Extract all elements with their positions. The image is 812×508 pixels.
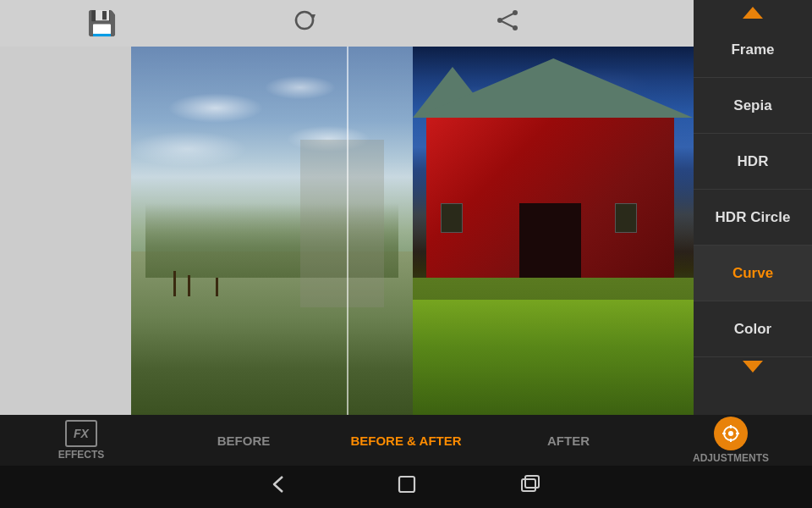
right-panel: Frame Sepia HDR HDR Circle Curve Color (694, 0, 812, 419)
scroll-up-arrow[interactable] (743, 7, 763, 19)
svg-line-5 (500, 20, 515, 28)
tab-effects[interactable]: fx Effects (0, 415, 162, 466)
svg-rect-14 (522, 479, 535, 491)
tab-after[interactable]: AFTER (487, 415, 650, 466)
top-toolbar: 💾 f (0, 0, 812, 47)
scroll-down-arrow[interactable] (743, 361, 763, 373)
effects-icon: fx (65, 420, 97, 447)
svg-marker-6 (414, 58, 693, 118)
home-button[interactable] (396, 473, 418, 500)
left-space (0, 47, 131, 419)
tab-before[interactable]: BEFORE (162, 415, 325, 466)
adjustments-icon (714, 417, 748, 450)
panel-item-color[interactable]: Color (694, 301, 812, 357)
tab-before-after[interactable]: BEFORE & AFTER (325, 415, 487, 466)
panel-item-hdr-circle[interactable]: HDR Circle (694, 190, 812, 246)
panel-item-hdr[interactable]: HDR (694, 134, 812, 190)
split-divider (347, 47, 348, 419)
svg-rect-15 (525, 476, 539, 488)
svg-line-4 (500, 13, 515, 20)
system-bar (0, 466, 812, 508)
panel-item-frame[interactable]: Frame (694, 22, 812, 78)
svg-point-8 (728, 431, 733, 436)
tab-adjustments[interactable]: Adjustments (650, 415, 812, 466)
share-icon[interactable] (491, 8, 524, 39)
recent-apps-button[interactable] (519, 473, 541, 500)
panel-item-sepia[interactable]: Sepia (694, 78, 812, 134)
before-image (131, 47, 413, 419)
panel-item-curve[interactable]: Curve (694, 246, 812, 301)
adjustments-label: Adjustments (693, 452, 769, 464)
save-icon[interactable]: 💾 (85, 9, 118, 37)
svg-rect-13 (399, 477, 414, 492)
after-image (413, 47, 694, 419)
back-button[interactable] (271, 475, 294, 499)
image-container (131, 47, 694, 419)
effects-label: Effects (58, 449, 105, 461)
bottom-bar: fx Effects BEFORE BEFORE & AFTER AFTER A… (0, 415, 812, 466)
refresh-icon[interactable] (288, 8, 321, 39)
